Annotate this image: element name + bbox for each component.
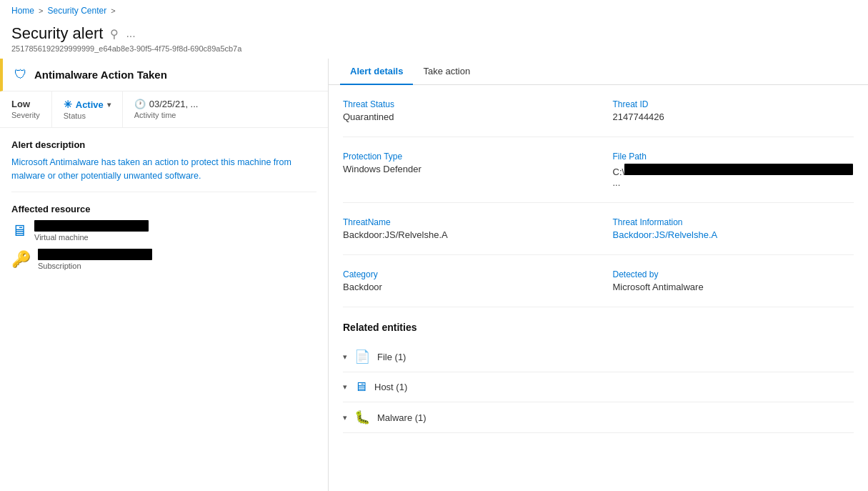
threat-id-value: 2147744426 — [613, 111, 854, 122]
alert-body: Alert description Microsoft Antimalware … — [0, 128, 328, 491]
grid-threatname: ThreatName Backdoor:JS/Relvelshe.A Threa… — [343, 217, 854, 240]
tabs-bar: Alert details Take action — [329, 59, 868, 85]
protection-type-cell: Protection Type Windows Defender — [343, 152, 584, 188]
entity-malware[interactable]: ▾ 🐛 Malware (1) — [343, 402, 854, 433]
entity-host[interactable]: ▾ 🖥 Host (1) — [343, 372, 854, 402]
main-layout: 🛡 Antimalware Action Taken Low Severity … — [0, 59, 868, 491]
threat-info-value[interactable]: Backdoor:JS/Relvelshe.A — [613, 229, 854, 240]
status-expand[interactable]: ▾ — [107, 101, 111, 109]
divider-1 — [11, 192, 316, 192]
shield-icon: 🛡 — [14, 67, 27, 82]
threat-name-value: Backdoor:JS/Relvelshe.A — [343, 229, 584, 240]
time-value: 🕐 03/25/21, ... — [134, 99, 199, 109]
malware-icon: 🐛 — [354, 410, 370, 425]
threat-name-label: ThreatName — [343, 217, 584, 227]
threat-id-label: Threat ID — [613, 99, 854, 109]
detected-by-cell: Detected by Microsoft Antimalware — [613, 269, 854, 292]
threat-info-label: Threat Information — [613, 217, 854, 227]
host-label: Host (1) — [374, 382, 407, 392]
malware-label: Malware (1) — [377, 412, 426, 423]
detected-by-label: Detected by — [613, 269, 854, 279]
right-panel: Alert details Take action Threat Status … — [329, 59, 868, 491]
breadcrumb: Home > Security Center > — [0, 0, 868, 21]
severity-value: Low — [11, 99, 40, 109]
alert-header: 🛡 Antimalware Action Taken — [0, 59, 328, 91]
threat-info-cell: Threat Information Backdoor:JS/Relvelshe… — [613, 217, 854, 240]
page-title: Security alert — [11, 24, 103, 43]
alert-title: Antimalware Action Taken — [34, 69, 167, 81]
host-chevron-icon: ▾ — [343, 382, 347, 392]
entity-file[interactable]: ▾ 📄 File (1) — [343, 342, 854, 372]
threat-status-cell: Threat Status Quarantined — [343, 99, 584, 122]
breadcrumb-sep2: > — [111, 6, 115, 15]
divider-5 — [343, 307, 854, 307]
alert-description: Microsoft Antimalware has taken an actio… — [11, 156, 316, 183]
divider-3 — [343, 202, 854, 203]
subscription-resource-item: 🔑 Subscription — [11, 249, 316, 270]
status-value: ✳ Active ▾ — [64, 99, 111, 110]
subscription-info: Subscription — [38, 249, 152, 270]
time-label: Activity time — [134, 111, 199, 119]
divider-2 — [343, 137, 854, 137]
threat-id-cell: Threat ID 2147744426 — [613, 99, 854, 122]
breadcrumb-home[interactable]: Home — [11, 6, 34, 16]
divider-4 — [343, 254, 854, 255]
tab-alert-details[interactable]: Alert details — [340, 59, 413, 85]
more-icon[interactable]: ... — [126, 27, 135, 40]
file-path-value: C:\ ... — [613, 164, 854, 188]
file-chevron-icon: ▾ — [343, 352, 347, 362]
protection-type-label: Protection Type — [343, 152, 584, 162]
related-entities-title: Related entities — [343, 322, 854, 333]
detail-content: Threat Status Quarantined Threat ID 2147… — [329, 85, 868, 447]
protection-type-value: Windows Defender — [343, 164, 584, 174]
breadcrumb-sep1: > — [39, 6, 43, 15]
category-label: Category — [343, 269, 584, 279]
subscription-type: Subscription — [38, 262, 152, 270]
page-subtitle: 2517856192929999999_e64ab8e3-90f5-4f75-9… — [11, 44, 857, 53]
time-meta: 🕐 03/25/21, ... Activity time — [123, 91, 210, 127]
status-meta: ✳ Active ▾ Status — [52, 91, 123, 127]
clock-icon: 🕐 — [134, 99, 146, 109]
left-panel: 🛡 Antimalware Action Taken Low Severity … — [0, 59, 329, 491]
threat-status-value: Quarantined — [343, 111, 584, 122]
affected-resource-title: Affected resource — [11, 204, 316, 214]
spinning-icon: ✳ — [64, 99, 72, 110]
page-header: Security alert ⚲ ... 2517856192929999999… — [0, 21, 868, 59]
severity-label: Severity — [11, 111, 40, 119]
subscription-icon: 🔑 — [11, 250, 31, 269]
vm-icon: 🖥 — [11, 222, 27, 240]
vm-info: Virtual machine — [34, 220, 149, 242]
category-value: Backdoor — [343, 282, 584, 292]
pin-icon[interactable]: ⚲ — [110, 27, 119, 41]
severity-meta: Low Severity — [0, 91, 52, 127]
detected-by-value: Microsoft Antimalware — [613, 282, 854, 292]
file-label: File (1) — [377, 352, 406, 362]
related-entities: Related entities ▾ 📄 File (1) ▾ 🖥 Host (… — [343, 322, 854, 433]
grid-protection: Protection Type Windows Defender File Pa… — [343, 152, 854, 188]
file-path-label: File Path — [613, 152, 854, 162]
threat-name-cell: ThreatName Backdoor:JS/Relvelshe.A — [343, 217, 584, 240]
grid-threat: Threat Status Quarantined Threat ID 2147… — [343, 99, 854, 122]
vm-resource-item: 🖥 Virtual machine — [11, 220, 316, 242]
category-cell: Category Backdoor — [343, 269, 584, 292]
tab-take-action[interactable]: Take action — [413, 59, 480, 85]
vm-name-redacted — [34, 220, 149, 232]
alert-meta: Low Severity ✳ Active ▾ Status 🕐 03/25/2… — [0, 91, 328, 128]
file-icon: 📄 — [354, 349, 370, 364]
grid-category: Category Backdoor Detected by Microsoft … — [343, 269, 854, 292]
vm-type: Virtual machine — [34, 233, 149, 242]
subscription-name-redacted — [38, 249, 152, 260]
malware-chevron-icon: ▾ — [343, 413, 347, 422]
breadcrumb-security-center[interactable]: Security Center — [47, 6, 106, 16]
host-icon: 🖥 — [354, 380, 367, 395]
status-label: Status — [64, 111, 111, 120]
description-title: Alert description — [11, 139, 316, 150]
file-path-redacted — [624, 164, 853, 175]
threat-status-label: Threat Status — [343, 99, 584, 109]
file-path-cell: File Path C:\ ... — [613, 152, 854, 188]
